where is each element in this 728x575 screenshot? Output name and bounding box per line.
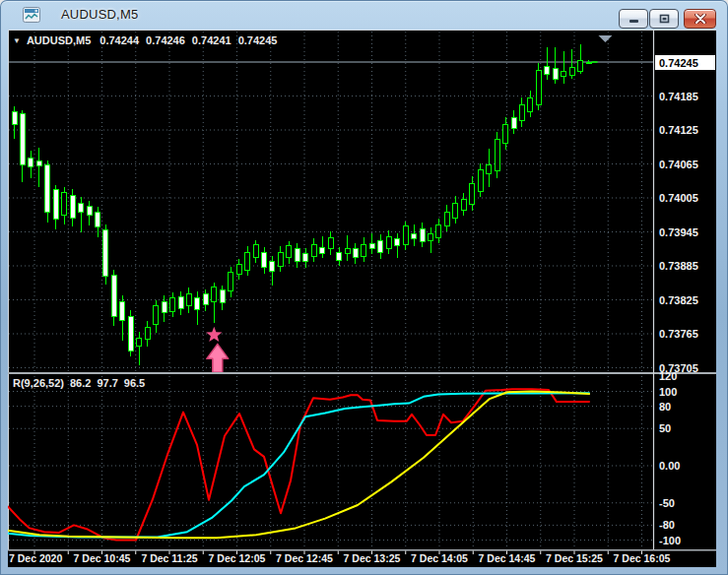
indicator-axis-label: -80 (659, 519, 675, 531)
candle-body (412, 233, 417, 239)
candle-body (70, 195, 75, 218)
chart-window: AUDUSD,M5 0.741850.741250.740650.740050.… (0, 0, 728, 575)
candle-body (536, 70, 541, 104)
candle-body (245, 252, 250, 270)
candle-body (262, 253, 267, 267)
indicator-axis-label: -50 (659, 497, 675, 509)
candle-body (378, 240, 383, 253)
price-axis-label: 0.73825 (659, 294, 698, 306)
candle-body (96, 213, 100, 227)
candle-body (212, 288, 217, 301)
indicator-axis-label: -100 (659, 535, 681, 546)
time-axis-label: 7 Dec 11:25 (141, 552, 197, 564)
candle-body (203, 294, 208, 304)
indicator-value-1: 86.2 (70, 377, 91, 389)
candle-body (278, 252, 283, 266)
time-axis-label: 7 Dec 12:45 (276, 552, 333, 564)
title-bar[interactable]: AUDUSD,M5 (0, 0, 728, 30)
subwindow-divider[interactable] (8, 372, 716, 374)
window-title: AUDUSD,M5 (61, 7, 138, 22)
candle-body (220, 290, 225, 303)
candle-body (362, 244, 366, 256)
candle-body (420, 228, 425, 241)
maximize-icon (659, 14, 670, 24)
candle-body (79, 203, 84, 213)
price-axis-label: 0.73885 (659, 260, 698, 272)
ohlc-high: 0.74246 (146, 34, 185, 46)
indicator-axis-label: 80 (659, 401, 671, 413)
ohlc-open: 0.74244 (99, 34, 139, 46)
ohlc-close: 0.74245 (238, 34, 278, 46)
candle-body (36, 160, 41, 165)
candle-body (395, 239, 400, 246)
chart-canvas[interactable]: 0.741850.741250.740650.740050.739450.738… (8, 30, 716, 567)
candle-body (470, 183, 475, 205)
candle-body (287, 246, 292, 258)
chart-app-icon (23, 7, 40, 23)
candle-body (62, 193, 67, 215)
ohlc-low: 0.74241 (192, 34, 232, 46)
candle-body (103, 229, 108, 277)
candle-body (337, 253, 342, 260)
price-axis-label: 0.73945 (659, 226, 698, 238)
candle-body (436, 224, 441, 237)
chart-client-area[interactable]: 0.741850.741250.740650.740050.739450.738… (8, 30, 716, 567)
candle-body (303, 254, 308, 262)
candle-body (429, 234, 433, 240)
candle-body (320, 248, 325, 254)
indicator-value-3: 96.5 (124, 377, 145, 389)
candle-body (487, 164, 492, 174)
candle-body (586, 62, 591, 63)
indicator-value-2: 97.7 (97, 377, 117, 389)
candle-body (545, 66, 550, 74)
time-axis-label: 7 Dec 14:05 (411, 552, 468, 564)
candle-body (178, 296, 183, 308)
candle-body (386, 236, 391, 248)
time-axis-label: 7 Dec 15:25 (546, 552, 603, 564)
candle-body (145, 327, 150, 340)
candle-body (229, 273, 233, 291)
candle-body (328, 237, 333, 249)
candle-body (461, 199, 466, 210)
candle-body (20, 114, 25, 164)
candle-body (162, 302, 166, 313)
time-axis-label: 7 Dec 12:05 (209, 552, 266, 564)
close-button[interactable] (684, 9, 716, 29)
time-axis-divider (8, 549, 716, 551)
candle-body (253, 245, 258, 258)
time-axis-label: 7 Dec 16:05 (614, 552, 671, 564)
maximize-button[interactable] (649, 9, 679, 29)
indicator-axis-label: 0.00 (659, 460, 680, 472)
candle-body (562, 71, 566, 77)
candle-body (345, 248, 350, 254)
candle-body (137, 338, 142, 346)
candle-body (186, 293, 191, 306)
candle-body (236, 265, 241, 274)
candle-body (120, 301, 125, 321)
candle-body (511, 118, 516, 128)
candle-body (528, 98, 533, 111)
candle-body (578, 61, 583, 71)
candle-body (270, 262, 275, 272)
price-axis-label: 0.74125 (659, 124, 698, 136)
time-axis-label: 7 Dec 2020 (9, 552, 62, 564)
candle-body (503, 124, 508, 144)
indicator-axis-label: 100 (659, 386, 677, 398)
candle-body (170, 298, 175, 311)
candle-body (403, 226, 408, 244)
candle-body (53, 190, 58, 220)
candle-body (444, 213, 449, 225)
indicator-header: R(9,26,52)86.297.796.5 (13, 377, 145, 389)
candle-body (87, 206, 92, 216)
close-icon (695, 14, 706, 24)
candle-body (111, 275, 116, 316)
candle-body (353, 249, 358, 258)
symbol-dropdown-icon[interactable]: ▼ (13, 36, 21, 45)
candle-body (569, 67, 574, 75)
minimize-button[interactable] (619, 9, 648, 29)
indicator-axis-label: 120 (659, 370, 677, 382)
candle-body (519, 104, 524, 121)
time-axis-label: 7 Dec 10:45 (74, 552, 131, 564)
candle-body (553, 69, 558, 79)
candle-body (12, 111, 17, 125)
